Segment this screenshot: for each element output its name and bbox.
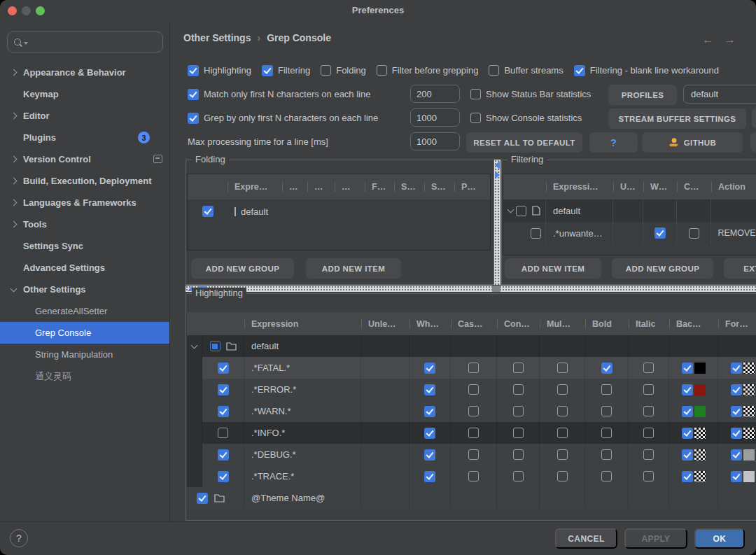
checkbox-icon[interactable] bbox=[643, 428, 654, 438]
checkbox-icon[interactable] bbox=[424, 471, 435, 482]
checkbox-icon[interactable] bbox=[557, 384, 568, 395]
foreground-color-swatch[interactable] bbox=[743, 363, 755, 374]
help-button[interactable]: ? bbox=[589, 132, 638, 153]
checkbox-icon[interactable] bbox=[218, 471, 229, 482]
search-input[interactable] bbox=[7, 31, 163, 52]
checkbox-icon[interactable] bbox=[377, 65, 387, 76]
checkbox-icon[interactable] bbox=[557, 363, 568, 373]
checkbox-icon[interactable] bbox=[601, 406, 612, 416]
table-row[interactable]: .*ERROR.* bbox=[187, 379, 756, 400]
checkbox-icon[interactable] bbox=[557, 449, 568, 460]
checkbox-icon[interactable] bbox=[513, 384, 524, 395]
checkbox-icon[interactable] bbox=[468, 406, 479, 416]
horizontal-splitter[interactable] bbox=[186, 286, 756, 292]
sidebar-item-generateallsetter[interactable]: GenerateAllSetter bbox=[0, 300, 169, 322]
collapse-right-icon[interactable] bbox=[495, 171, 500, 179]
sidebar-item-grep-console[interactable]: Grep Console bbox=[0, 322, 169, 344]
sidebar-item-settings-sync[interactable]: Settings Sync bbox=[0, 235, 169, 257]
checkbox-icon[interactable] bbox=[731, 406, 742, 417]
foreground-color-swatch[interactable] bbox=[743, 449, 755, 461]
checkbox-icon[interactable] bbox=[682, 406, 693, 417]
checkbox-icon[interactable] bbox=[682, 428, 693, 439]
foreground-color-swatch[interactable] bbox=[743, 428, 755, 439]
table-row[interactable]: .*DEBUG.* bbox=[187, 444, 756, 465]
search-options-caret-icon[interactable] bbox=[24, 42, 28, 45]
foreground-color-swatch[interactable] bbox=[743, 384, 755, 395]
checkbox-icon[interactable] bbox=[470, 113, 481, 123]
checkbox-icon[interactable] bbox=[188, 65, 199, 76]
sidebar-item-build-execution-deployment[interactable]: Build, Execution, Deployment bbox=[0, 170, 169, 192]
checkbox-icon[interactable] bbox=[218, 449, 229, 461]
max-processing-time-input[interactable]: 1000 bbox=[410, 132, 460, 150]
sidebar-item-string-manipulation[interactable]: String Manipulation bbox=[0, 344, 169, 365]
checkbox-icon[interactable] bbox=[468, 449, 479, 460]
checkbox-icon[interactable] bbox=[489, 65, 499, 76]
checkbox-icon[interactable] bbox=[513, 449, 524, 460]
cancel-button[interactable]: CANCEL bbox=[555, 528, 617, 549]
collapse-left-icon[interactable] bbox=[495, 161, 500, 169]
table-row-group-theme[interactable]: @Theme Name@ bbox=[187, 487, 756, 509]
checkbox-filtering[interactable]: Filtering bbox=[262, 61, 310, 80]
checkbox-icon[interactable] bbox=[574, 65, 585, 76]
add-new-group-button[interactable]: ADD NEW GROUP bbox=[191, 258, 294, 279]
sidebar-item-version-control[interactable]: Version Control bbox=[0, 148, 169, 170]
back-arrow-icon[interactable]: ← bbox=[702, 33, 714, 47]
checkbox-icon[interactable] bbox=[513, 363, 524, 373]
sidebar-item-advanced-settings[interactable]: Advanced Settings bbox=[0, 257, 169, 279]
chevron-right-icon[interactable] bbox=[10, 178, 18, 185]
sidebar-item-tools[interactable]: Tools bbox=[0, 213, 169, 235]
checkbox-filter-before-grepping[interactable]: Filter before grepping bbox=[377, 61, 479, 80]
checkbox-icon[interactable] bbox=[513, 406, 524, 416]
breadcrumb-section[interactable]: Other Settings bbox=[183, 32, 251, 43]
checkbox-highlighting[interactable]: Highlighting bbox=[188, 61, 251, 80]
checkbox-icon[interactable] bbox=[731, 428, 742, 439]
checkbox-icon[interactable] bbox=[557, 471, 568, 482]
chevron-right-icon[interactable] bbox=[10, 113, 18, 120]
table-row[interactable]: default bbox=[503, 199, 756, 222]
checkbox-icon[interactable] bbox=[513, 471, 524, 482]
checkbox-icon[interactable] bbox=[601, 471, 612, 482]
background-color-swatch[interactable] bbox=[694, 428, 706, 439]
ok-button[interactable]: OK bbox=[694, 528, 745, 549]
checkbox-icon[interactable] bbox=[516, 206, 526, 216]
checkbox-icon[interactable] bbox=[470, 89, 481, 99]
match-first-n-input[interactable]: 200 bbox=[410, 85, 460, 103]
apply-button[interactable]: APPLY bbox=[624, 528, 687, 549]
github-button[interactable]: GITHUB bbox=[642, 132, 743, 153]
checkbox-icon[interactable] bbox=[424, 406, 435, 417]
checkbox-icon[interactable] bbox=[218, 363, 229, 374]
stream-buffer-settings-button[interactable]: STREAM BUFFER SETTINGS bbox=[608, 108, 746, 129]
checkbox-icon[interactable] bbox=[218, 384, 229, 395]
sidebar-item-appearance-behavior[interactable]: Appearance & Behavior bbox=[0, 62, 169, 83]
checkbox-console-statistics[interactable]: Show Console statistics bbox=[470, 108, 582, 127]
table-row[interactable]: .*INFO.* bbox=[187, 422, 756, 444]
checkbox-icon[interactable] bbox=[682, 363, 693, 374]
sidebar-item-tongyi-lingma[interactable]: 通义灵码 bbox=[0, 365, 169, 387]
checkbox-folding[interactable]: Folding bbox=[321, 61, 366, 80]
table-row[interactable]: default bbox=[188, 199, 490, 223]
vertical-splitter[interactable] bbox=[494, 160, 500, 285]
truncated-button[interactable] bbox=[750, 132, 756, 152]
chevron-right-icon[interactable] bbox=[10, 199, 18, 206]
chevron-right-icon[interactable] bbox=[10, 221, 18, 228]
extension-button[interactable]: EXT bbox=[724, 258, 756, 279]
checkbox-grep-first-n[interactable]: Grep by only first N characters on each … bbox=[188, 108, 378, 127]
checkbox-icon[interactable] bbox=[731, 363, 742, 374]
checkbox-icon[interactable] bbox=[210, 341, 220, 351]
checkbox-icon[interactable] bbox=[424, 449, 435, 461]
checkbox-icon[interactable] bbox=[197, 493, 208, 504]
checkbox-icon[interactable] bbox=[188, 113, 199, 124]
chevron-right-icon[interactable] bbox=[10, 69, 18, 76]
profile-select[interactable]: default bbox=[683, 85, 756, 104]
background-color-swatch[interactable] bbox=[694, 384, 706, 395]
sidebar-item-editor[interactable]: Editor bbox=[0, 105, 169, 127]
checkbox-buffer-streams[interactable]: Buffer streams bbox=[489, 61, 563, 80]
checkbox-icon[interactable] bbox=[601, 449, 612, 460]
checkbox-icon[interactable] bbox=[682, 384, 693, 395]
checkbox-icon[interactable] bbox=[321, 65, 331, 76]
grep-first-n-input[interactable]: 1000 bbox=[410, 108, 460, 127]
background-color-swatch[interactable] bbox=[694, 363, 706, 374]
table-row[interactable]: .*TRACE.* bbox=[187, 465, 756, 487]
checkbox-icon[interactable] bbox=[643, 471, 654, 482]
checkbox-icon[interactable] bbox=[643, 384, 654, 395]
